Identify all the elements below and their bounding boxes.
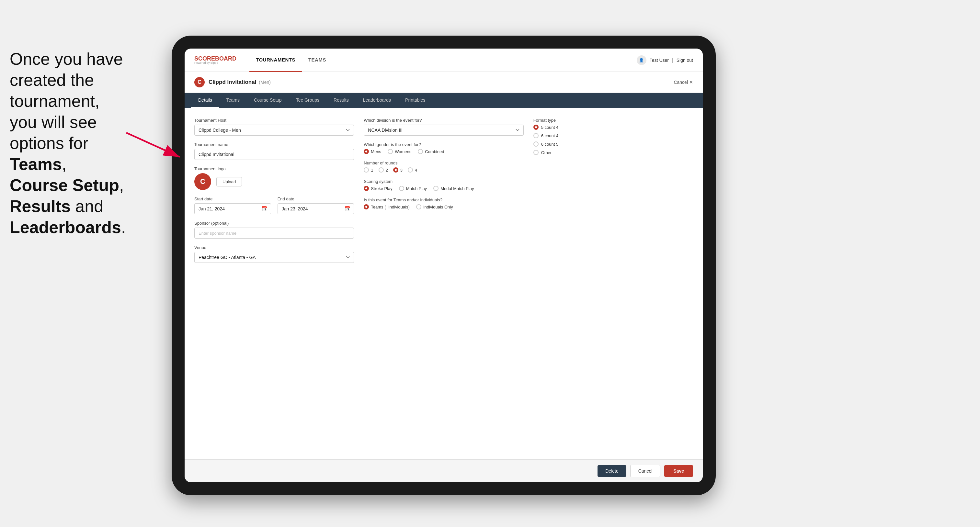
scoring-stroke[interactable]: Stroke Play [364, 186, 392, 191]
individuals-only-radio[interactable] [416, 204, 422, 210]
start-date-input[interactable] [194, 203, 271, 214]
venue-select[interactable]: Peachtree GC - Atlanta - GA [194, 252, 354, 263]
annotation-line5: options for [10, 134, 88, 152]
tab-course-setup[interactable]: Course Setup [247, 93, 289, 108]
tournament-host-label: Tournament Host [194, 118, 354, 123]
tournament-host-select[interactable]: Clippd College - Men [194, 125, 354, 136]
nav-teams[interactable]: TEAMS [302, 49, 332, 72]
gender-label: Which gender is the event for? [364, 142, 523, 147]
division-select[interactable]: NCAA Division III [364, 125, 523, 136]
teams-plus-individuals[interactable]: Teams (+Individuals) [364, 204, 410, 210]
arrow-indicator [120, 126, 191, 165]
scoring-match[interactable]: Match Play [399, 186, 427, 191]
scoring-radio-group: Stroke Play Match Play Medal Match Play [364, 186, 523, 191]
rounds-radio-group: 1 2 3 [364, 167, 523, 173]
start-date-group: Start date 📅 [194, 197, 271, 214]
rounds-3[interactable]: 3 [393, 167, 402, 173]
format-5count4[interactable]: 5 count 4 [533, 125, 693, 130]
venue-group: Venue Peachtree GC - Atlanta - GA [194, 245, 354, 263]
gender-combined-radio[interactable] [418, 149, 423, 154]
cancel-button[interactable]: Cancel [630, 465, 661, 477]
rounds-1-radio[interactable] [364, 167, 369, 173]
format-6count4[interactable]: 6 count 4 [533, 133, 693, 138]
annotation-line1: Once you have [10, 49, 123, 68]
gender-mens[interactable]: Mens [364, 149, 381, 154]
tab-teams[interactable]: Teams [219, 93, 247, 108]
tab-leaderboards[interactable]: Leaderboards [356, 93, 398, 108]
division-group: Which division is the event for? NCAA Di… [364, 118, 523, 136]
scoring-group: Scoring system Stroke Play Match Play [364, 179, 523, 191]
division-label: Which division is the event for? [364, 118, 523, 123]
teams-individuals-label: Is this event for Teams and/or Individua… [364, 197, 523, 202]
scoring-medal-radio[interactable] [433, 186, 439, 191]
rounds-label: Number of rounds [364, 160, 523, 165]
rounds-3-radio[interactable] [393, 167, 398, 173]
tournament-gender: (Men) [259, 79, 271, 85]
form-grid: Tournament Host Clippd College - Men Tou… [194, 118, 693, 450]
form-col-1: Tournament Host Clippd College - Men Tou… [194, 118, 354, 450]
teams-individuals-group: Is this event for Teams and/or Individua… [364, 197, 523, 210]
format-6count5[interactable]: 6 count 5 [533, 141, 693, 147]
main-content: C Clippd Invitational (Men) Cancel ✕ Det… [185, 72, 703, 483]
sponsor-input[interactable] [194, 227, 354, 238]
delete-button[interactable]: Delete [598, 465, 626, 477]
form-col-3: Format type 5 count 4 6 count 4 [533, 118, 693, 450]
tab-tee-groups[interactable]: Tee Groups [289, 93, 326, 108]
form-content: Tournament Host Clippd College - Men Tou… [185, 108, 703, 459]
tablet-screen: SCOREBOARD Powered by clippd TOURNAMENTS… [185, 49, 703, 483]
tab-printables[interactable]: Printables [398, 93, 432, 108]
nav-tournaments[interactable]: TOURNAMENTS [249, 49, 302, 72]
gender-womens[interactable]: Womens [388, 149, 411, 154]
gender-combined[interactable]: Combined [418, 149, 444, 154]
teams-plus-radio[interactable] [364, 204, 369, 210]
scoring-stroke-radio[interactable] [364, 186, 369, 191]
scoring-medal[interactable]: Medal Match Play [433, 186, 474, 191]
rounds-4-radio[interactable] [408, 167, 413, 173]
gender-mens-radio[interactable] [364, 149, 369, 154]
upload-button[interactable]: Upload [216, 177, 242, 186]
rounds-2-radio[interactable] [379, 167, 384, 173]
logo-preview: C [194, 173, 211, 190]
cancel-top-button[interactable]: Cancel ✕ [674, 79, 693, 85]
format-6count5-radio[interactable] [533, 141, 539, 147]
logo-upload-area: C Upload [194, 173, 354, 190]
sign-out-link[interactable]: Sign out [676, 58, 693, 63]
action-bar: Delete Cancel Save [185, 459, 703, 483]
end-date-input[interactable] [278, 203, 354, 214]
gender-group: Which gender is the event for? Mens Wome… [364, 142, 523, 154]
tabs-bar: Details Teams Course Setup Tee Groups Re… [185, 93, 703, 108]
annotation-text: Once you have created the tournament, yo… [0, 42, 136, 244]
save-button[interactable]: Save [664, 465, 693, 477]
logo-text: SCOREBOARD [194, 56, 236, 62]
tablet-device: SCOREBOARD Powered by clippd TOURNAMENTS… [172, 36, 716, 495]
individuals-only[interactable]: Individuals Only [416, 204, 453, 210]
format-5count4-radio[interactable] [533, 125, 539, 130]
top-navigation: SCOREBOARD Powered by clippd TOURNAMENTS… [185, 49, 703, 72]
annotation-line2: created the [10, 71, 94, 89]
venue-label: Venue [194, 245, 354, 250]
annotation-results: Results [10, 197, 71, 216]
annotation-course-setup: Course Setup [10, 176, 119, 195]
format-label: Format type [533, 118, 693, 123]
user-avatar: 👤 [637, 56, 646, 65]
tab-details[interactable]: Details [191, 93, 219, 108]
format-group: Format type 5 count 4 6 count 4 [533, 118, 693, 156]
format-other-radio[interactable] [533, 150, 539, 155]
scoring-label: Scoring system [364, 179, 523, 184]
tab-results[interactable]: Results [326, 93, 356, 108]
user-area: 👤 Test User | Sign out [637, 56, 693, 65]
format-other[interactable]: Other [533, 150, 693, 155]
gender-womens-radio[interactable] [388, 149, 393, 154]
rounds-group: Number of rounds 1 2 [364, 160, 523, 173]
rounds-2[interactable]: 2 [379, 167, 388, 173]
sponsor-label: Sponsor (optional) [194, 221, 354, 225]
rounds-4[interactable]: 4 [408, 167, 417, 173]
nav-links: TOURNAMENTS TEAMS [249, 49, 637, 72]
scoring-match-radio[interactable] [399, 186, 404, 191]
tournament-name-input[interactable] [194, 149, 354, 160]
tournament-name-group: Tournament name [194, 142, 354, 160]
format-6count4-radio[interactable] [533, 133, 539, 138]
start-date-wrap: 📅 [194, 203, 271, 214]
rounds-1[interactable]: 1 [364, 167, 373, 173]
svg-line-1 [126, 133, 180, 157]
